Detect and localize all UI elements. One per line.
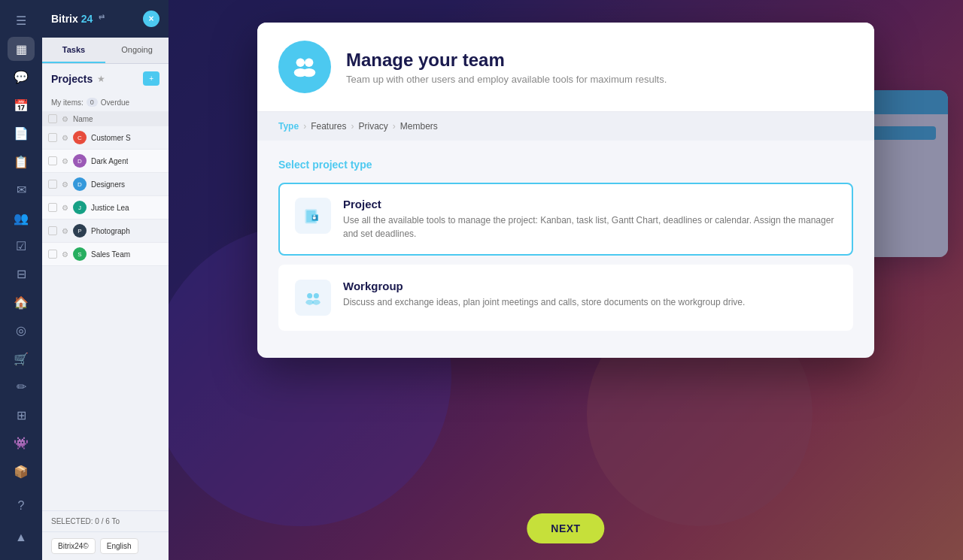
breadcrumb-privacy[interactable]: Privacy (358, 121, 387, 132)
workgroup-option-icon (295, 280, 331, 316)
svg-rect-8 (313, 217, 316, 219)
svg-point-10 (314, 293, 319, 298)
sidebar-icon-grid[interactable]: ▦ (8, 37, 35, 60)
row-gear-icon: ⚙ (62, 204, 68, 212)
sidebar-icon-robot[interactable]: 👾 (8, 431, 35, 455)
project-icon: S (73, 247, 87, 261)
project-name: Dark Agent (91, 157, 128, 165)
sidebar: ☰ ▦ 💬 📅 📄 📋 ✉ 👥 ☑ ⊟ 🏠 ◎ 🛒 ✏ ⊞ 👾 📦 ? ▲ (0, 0, 42, 560)
left-footer: Bitrix24© English (42, 531, 169, 560)
workgroup-option-title: Workgroup (343, 280, 745, 292)
filter-bar: My items: 0 Overdue (42, 93, 169, 111)
sidebar-icon-package[interactable]: 📦 (8, 460, 35, 483)
filter-my-items-label: My items: (51, 98, 84, 107)
row-checkbox[interactable] (48, 156, 57, 165)
modal-backdrop: Manage your team Team up with other user… (169, 0, 963, 560)
svg-point-9 (307, 293, 312, 298)
project-icon: J (73, 201, 87, 214)
breadcrumb-type[interactable]: Type (278, 121, 299, 132)
project-option-title: Project (343, 198, 837, 210)
projects-title: Projects (51, 73, 93, 85)
project-option-desc: Use all the available tools to manage th… (343, 213, 837, 241)
projects-header: Projects ★ + (42, 64, 169, 93)
project-icon: P (73, 224, 87, 238)
row-checkbox[interactable] (48, 133, 57, 142)
workgroup-option-content: Workgroup Discuss and exchange ideas, pl… (343, 280, 745, 309)
overdue-count: 0 (87, 98, 98, 107)
table-row[interactable]: ⚙ C Customer S (42, 126, 169, 150)
bitrix-logo: Bitrix 24 (51, 13, 93, 25)
row-checkbox[interactable] (48, 226, 57, 235)
breadcrumb-sep-1: › (303, 121, 306, 132)
sidebar-icon-mail[interactable]: ✉ (8, 178, 35, 201)
tab-tasks[interactable]: Tasks (42, 38, 105, 63)
sidebar-icon-box[interactable]: ⊞ (8, 404, 35, 427)
row-gear-icon: ⚙ (62, 134, 68, 142)
table-row[interactable]: ⚙ J Justice Lea (42, 196, 169, 219)
sidebar-icon-menu[interactable]: ☰ (8, 9, 35, 32)
star-icon[interactable]: ★ (97, 74, 105, 84)
sidebar-icon-cart[interactable]: 🛒 (8, 347, 35, 371)
header-name-col: Name (73, 115, 93, 123)
row-gear-icon: ⚙ (62, 180, 68, 189)
bitrix-footer-button[interactable]: Bitrix24© (51, 538, 96, 554)
left-panel: Bitrix 24 ⇄ × Tasks Ongoing Projects ★ +… (42, 0, 169, 560)
section-title: Select project type (278, 159, 853, 171)
breadcrumb-sep-3: › (393, 121, 396, 132)
header-gear-icon: ⚙ (62, 115, 68, 123)
table-row[interactable]: ⚙ S Sales Team (42, 243, 169, 266)
close-button[interactable]: × (143, 11, 159, 27)
row-checkbox[interactable] (48, 250, 57, 259)
row-checkbox[interactable] (48, 180, 57, 189)
option-card-project[interactable]: Project Use all the available tools to m… (278, 183, 853, 256)
breadcrumb-features[interactable]: Features (311, 121, 346, 132)
logo-arrows-icon[interactable]: ⇄ (99, 13, 111, 25)
sidebar-icon-people[interactable]: 👥 (8, 206, 35, 229)
sidebar-icon-home[interactable]: 🏠 (8, 291, 35, 314)
project-name: Designers (91, 180, 125, 189)
svg-point-1 (305, 59, 313, 67)
project-option-icon (295, 198, 331, 234)
project-name: Justice Lea (91, 204, 129, 212)
sidebar-icon-target[interactable]: ◎ (8, 319, 35, 342)
sidebar-icon-chat[interactable]: 💬 (8, 65, 35, 89)
project-icon: D (73, 177, 87, 191)
breadcrumb-members[interactable]: Members (400, 121, 438, 132)
sidebar-icon-help[interactable]: ? (8, 492, 35, 519)
header-checkbox[interactable] (48, 114, 57, 123)
modal-title: Manage your team (346, 50, 667, 71)
project-name: Photograph (91, 227, 130, 235)
svg-point-12 (312, 300, 320, 305)
team-icon (290, 53, 319, 81)
project-icon: C (73, 131, 87, 144)
sidebar-icon-list[interactable]: ⊟ (8, 262, 35, 286)
sidebar-icon-tasks[interactable]: 📋 (8, 150, 35, 173)
workgroup-icon-svg (302, 287, 324, 308)
project-name: Sales Team (91, 250, 130, 259)
language-button[interactable]: English (100, 538, 138, 554)
project-icon: D (73, 154, 87, 168)
new-project-button[interactable]: + (143, 71, 159, 86)
tab-ongoing[interactable]: Ongoing (105, 38, 169, 63)
table-row[interactable]: ⚙ D Designers (42, 173, 169, 196)
sidebar-icon-check[interactable]: ☑ (8, 235, 35, 258)
project-table: ⚙ Name ⚙ C Customer S ⚙ D Dark Agent ⚙ D… (42, 111, 169, 510)
selected-label: SELECTED: 0 / 6 (51, 517, 110, 525)
sidebar-icon-docs[interactable]: 📄 (8, 122, 35, 145)
workgroup-option-desc: Discuss and exchange ideas, plan joint m… (343, 295, 745, 309)
table-row[interactable]: ⚙ P Photograph (42, 219, 169, 243)
option-card-workgroup[interactable]: Workgroup Discuss and exchange ideas, pl… (278, 265, 853, 331)
next-button[interactable]: NEXT (527, 513, 604, 543)
sidebar-icon-pen[interactable]: ✏ (8, 375, 35, 398)
table-row[interactable]: ⚙ D Dark Agent (42, 150, 169, 173)
row-gear-icon: ⚙ (62, 157, 68, 165)
svg-point-0 (296, 59, 305, 67)
total-label: To (111, 517, 120, 525)
row-checkbox[interactable] (48, 203, 57, 212)
modal-body: Select project type Project (257, 141, 874, 358)
sidebar-icon-up[interactable]: ▲ (8, 524, 35, 551)
project-icon-svg (302, 205, 324, 226)
modal-header: Manage your team Team up with other user… (257, 23, 874, 112)
breadcrumb-sep-2: › (351, 121, 354, 132)
sidebar-icon-calendar[interactable]: 📅 (8, 93, 35, 117)
